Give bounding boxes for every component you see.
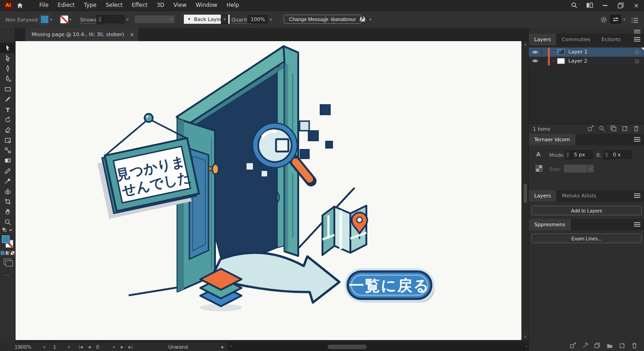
gradient-button[interactable] <box>5 251 10 255</box>
mode-stepper[interactable]: ∧ ∨ <box>564 150 571 160</box>
touch-widget-icon[interactable] <box>358 14 367 26</box>
document-tab[interactable]: Missing page @ 10.4:, tli: 3li, stober) … <box>25 28 139 41</box>
artboard-tool-icon[interactable] <box>0 135 15 145</box>
new-layer-icon[interactable] <box>622 125 628 132</box>
target-circle-icon[interactable]: ○ <box>635 58 639 64</box>
menu-type[interactable]: Type <box>79 0 101 11</box>
hand-tool-icon[interactable] <box>0 207 15 217</box>
zoom-chevron-icon[interactable]: ∨ <box>43 343 46 351</box>
chevron-down-icon[interactable]: ∨ <box>369 18 372 21</box>
workspace-switcher-button[interactable] <box>610 15 621 24</box>
menu-view[interactable]: View <box>169 0 191 11</box>
chevron-down-icon[interactable]: ∨ <box>69 18 72 21</box>
minimize-button[interactable] <box>597 0 613 11</box>
first-artboard-icon[interactable]: |◀ <box>79 343 83 351</box>
none-button[interactable] <box>11 251 15 255</box>
tab-sppresmens[interactable]: Sppresmens <box>529 219 571 230</box>
layer-thumbnail[interactable] <box>557 58 565 64</box>
stepper-down-icon[interactable]: ∨ <box>606 155 608 157</box>
rectangle-tool-icon[interactable] <box>0 84 15 94</box>
layer-name[interactable]: Layer 2 <box>569 58 635 64</box>
b-value-field[interactable]: 0 x <box>610 150 632 159</box>
chevron-down-icon[interactable]: ∨ <box>623 18 626 21</box>
tab-metvks-aliists[interactable]: Metvks Aliists <box>556 190 601 202</box>
artboard-canvas[interactable]: 見つかりま せんでした <box>16 41 521 340</box>
chevron-down-icon[interactable]: ∨ <box>269 18 272 21</box>
default-swatches-icon[interactable] <box>2 228 6 233</box>
layer-name[interactable]: Laper 1 <box>569 49 635 55</box>
direct-selection-tool-icon[interactable] <box>0 53 15 63</box>
menu-file[interactable]: File <box>35 0 53 11</box>
menu-help[interactable]: Help <box>222 0 243 11</box>
color-button[interactable] <box>0 251 5 255</box>
fill-color-indicator[interactable] <box>2 235 10 243</box>
back-to-list-button[interactable]: 一覧に戻る <box>345 269 435 303</box>
frame-chevron-icon[interactable]: ∨ <box>113 343 115 351</box>
locate-object-icon[interactable] <box>599 125 605 132</box>
stepper-down-icon[interactable]: ∨ <box>567 155 569 157</box>
trash-icon[interactable] <box>633 125 639 132</box>
scroll-left-icon[interactable]: ‹ <box>230 344 232 349</box>
eraser-tool-icon[interactable] <box>0 125 15 135</box>
target-circle-icon[interactable]: ○ <box>635 49 639 54</box>
panel-list-icon[interactable] <box>631 16 639 25</box>
type-tool-icon[interactable]: T <box>0 104 15 114</box>
prev-artboard-icon[interactable]: ◀ <box>88 343 91 351</box>
free-transform-tool-icon[interactable] <box>0 145 15 155</box>
horizontal-scroll-handle[interactable] <box>327 345 367 349</box>
inanationur-button[interactable]: Inanationur <box>325 15 361 24</box>
new-layer-icon[interactable] <box>619 342 625 349</box>
b-stepper[interactable]: ∧ ∨ <box>603 150 610 160</box>
stepper-down-icon[interactable]: ∨ <box>99 20 101 22</box>
add-to-layers-button[interactable]: Add to Layers <box>531 206 642 215</box>
pencil-tool-icon[interactable] <box>0 166 15 176</box>
tab-ecitorts[interactable]: Ecitorts <box>596 34 626 45</box>
menu-effect[interactable]: Effect <box>127 0 152 11</box>
tab-commuties[interactable]: Commuties <box>556 34 596 45</box>
layer-row-2[interactable]: › Layer 2 ○ <box>529 57 644 66</box>
tab-layers-2[interactable]: Layers <box>529 190 556 202</box>
play-icon[interactable]: ▶ <box>221 343 224 351</box>
close-button[interactable]: × <box>628 0 644 11</box>
scroll-right-icon[interactable]: › <box>526 344 527 349</box>
curvature-pen-tool-icon[interactable] <box>0 74 15 84</box>
magic-wand-icon[interactable] <box>582 342 588 349</box>
artboard-chevron-icon[interactable]: ∨ <box>68 343 70 351</box>
sppresmens-panel-menu-icon[interactable] <box>634 222 640 227</box>
eyedropper-tool-icon[interactable] <box>0 176 15 186</box>
search-icon[interactable] <box>566 0 582 11</box>
chevron-down-icon[interactable]: ∨ <box>126 18 129 21</box>
menu-edit[interactable]: Ediect <box>53 0 79 11</box>
pen-tool-icon[interactable] <box>0 64 15 74</box>
eye-icon[interactable] <box>529 58 542 64</box>
swap-fill-stroke-icon[interactable]: ⇄ <box>9 228 12 232</box>
mode-value-field[interactable]: 5 px <box>571 150 593 159</box>
menu-select[interactable]: Select <box>101 0 127 11</box>
layers-panel-menu-icon[interactable] <box>634 37 640 42</box>
exam-lines-button[interactable]: Exam Lines... <box>531 234 642 243</box>
last-artboard-icon[interactable]: ▶| <box>129 343 133 351</box>
zoom-level-field[interactable]: 1900% <box>15 343 32 351</box>
workspace-layout-icon[interactable] <box>582 0 597 11</box>
close-tab-icon[interactable]: × <box>129 32 134 38</box>
fill-stroke-indicator[interactable] <box>0 234 15 248</box>
collect-export-icon[interactable] <box>587 125 594 132</box>
home-icon[interactable] <box>13 0 27 11</box>
stroke-color-swatch[interactable] <box>60 15 69 24</box>
tab-ternaer-idcom[interactable]: Ternaer idcom <box>529 134 575 145</box>
vertical-scrollbar[interactable]: ∧ ∨ <box>521 41 528 340</box>
expand-chevron-icon[interactable]: › <box>553 58 555 63</box>
horizontal-scrollbar[interactable]: ‹ › <box>228 343 530 351</box>
export-icon[interactable] <box>569 342 576 349</box>
back-layout-chevron[interactable]: ∨ <box>221 15 228 24</box>
tab-layers[interactable]: Layers <box>529 34 556 45</box>
zoom-tool-icon[interactable] <box>0 217 15 227</box>
quality-value-field[interactable]: 100% <box>247 15 268 23</box>
rotate-tool-icon[interactable] <box>0 115 15 125</box>
frame-field[interactable]: 0 <box>96 343 99 351</box>
scroll-up-icon[interactable]: ∧ <box>522 43 529 47</box>
ternaer-panel-menu-icon[interactable] <box>634 137 640 142</box>
trash-icon[interactable] <box>631 342 638 349</box>
menu-window[interactable]: Window <box>191 0 222 11</box>
menu-3d[interactable]: 3D <box>152 0 169 11</box>
